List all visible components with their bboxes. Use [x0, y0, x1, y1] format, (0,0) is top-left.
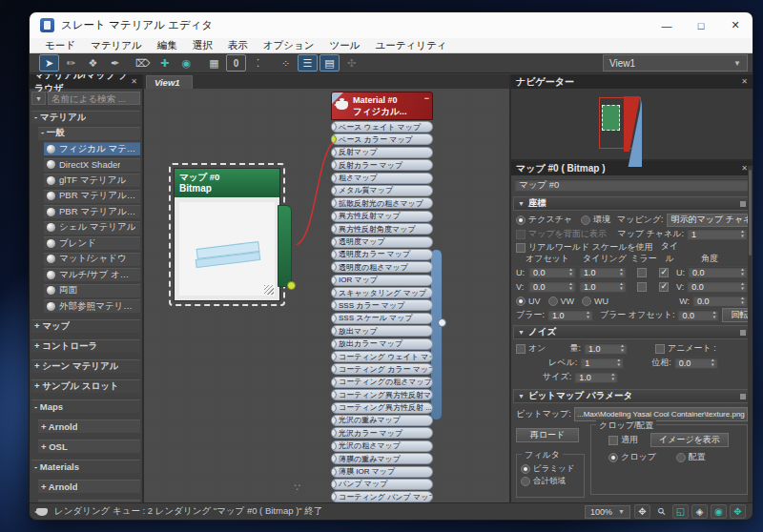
- mapping-dropdown[interactable]: 明示的マップ チャネル ▼: [667, 214, 753, 227]
- menu-item[interactable]: ツール: [321, 39, 367, 52]
- v-mirror-checkbox[interactable]: [637, 282, 647, 292]
- map-slot[interactable]: 放出マップ: [331, 325, 433, 337]
- map-channel-spinner[interactable]: 1: [687, 228, 748, 240]
- menu-item[interactable]: モード: [37, 39, 83, 52]
- delete-selected-tool[interactable]: ⌦: [133, 54, 153, 72]
- assign-material-to-selection-tool[interactable]: ✚: [155, 54, 175, 72]
- wu-radio[interactable]: [582, 297, 591, 306]
- browser-tree-item[interactable]: - Materials: [31, 460, 140, 473]
- bitmap-output-socket[interactable]: [287, 281, 296, 290]
- map-slot[interactable]: IOR マップ: [331, 275, 433, 286]
- map-slot[interactable]: 異方性反射マップ: [331, 211, 433, 222]
- zoom-extents-selected-icon[interactable]: ◉: [711, 504, 727, 519]
- zoom-level-dropdown[interactable]: 100% ▼: [585, 505, 630, 519]
- close-button[interactable]: ✕: [718, 12, 753, 38]
- map-slot[interactable]: コーティング カラー マップ: [331, 363, 433, 375]
- vw-radio[interactable]: [548, 297, 558, 306]
- browser-tree-item[interactable]: + Arnold: [38, 419, 140, 433]
- pick-material-from-object-tool[interactable]: ✏: [61, 54, 81, 72]
- apply-checkbox[interactable]: [608, 436, 618, 445]
- map-slot[interactable]: 光沢の重みマップ: [331, 415, 433, 426]
- browser-tree-item[interactable]: PBR マテリアル(メタル ...: [44, 190, 140, 203]
- blur-spinner[interactable]: 1.0: [547, 309, 593, 321]
- node-editor-canvas[interactable]: マップ #0 Bitmap: [144, 89, 509, 502]
- browser-tree-item[interactable]: シェル マテリアル: [44, 221, 140, 235]
- map-slot[interactable]: バンプ マップ: [331, 479, 433, 490]
- show-shaded-material-in-viewport-tool[interactable]: ◉: [176, 54, 196, 72]
- w-angle-spinner[interactable]: 0.0: [692, 295, 748, 307]
- minimize-button[interactable]: —: [650, 12, 684, 38]
- map-slot[interactable]: 薄膜の重みマップ: [331, 453, 433, 464]
- browser-tree-item[interactable]: + マップ: [31, 319, 140, 333]
- map-slot[interactable]: 拡散反射光の粗さマップ: [331, 197, 433, 209]
- show-background-tool[interactable]: ▦: [204, 54, 224, 72]
- map-slot[interactable]: SSS カラー マップ: [331, 299, 433, 311]
- map-slot[interactable]: メタル質マップ: [331, 185, 433, 196]
- noise-on-checkbox[interactable]: [516, 344, 526, 354]
- search-input[interactable]: [48, 92, 140, 105]
- bitmap-node-header[interactable]: マップ #0 Bitmap: [175, 169, 279, 197]
- map-slot[interactable]: スキャッタリング マップ: [331, 287, 433, 298]
- v-angle-spinner[interactable]: 0.0: [687, 280, 748, 293]
- u-offset-spinner[interactable]: 0.0: [528, 266, 576, 278]
- place-radio[interactable]: [676, 453, 686, 462]
- map-slot[interactable]: コーティングの粗さマップ: [331, 377, 433, 388]
- browser-tree-item[interactable]: DirectX Shader: [44, 158, 140, 172]
- map-slot[interactable]: ベース ウェイト マップ: [331, 121, 433, 133]
- summed-area-radio[interactable]: [521, 477, 530, 486]
- menu-item[interactable]: 表示: [220, 39, 256, 52]
- collapse-node-button[interactable]: −: [424, 93, 429, 103]
- menu-item[interactable]: オプション: [256, 39, 322, 52]
- map-slot[interactable]: コーティング バンプ マップ: [331, 491, 433, 502]
- material-node[interactable]: Material #0 フィジカル... − ベース ウェイト マップ: [331, 92, 433, 502]
- v-tiling-spinner[interactable]: 1.0: [579, 280, 627, 293]
- map-slot[interactable]: 放出カラー マップ: [331, 338, 433, 350]
- map-slot[interactable]: 反射カラー マップ: [331, 159, 433, 171]
- show-map-on-back-checkbox[interactable]: [516, 230, 526, 239]
- menu-item[interactable]: ユーティリティ: [367, 39, 454, 52]
- browser-tree-item[interactable]: - マテリアル: [31, 111, 140, 124]
- map-slot[interactable]: 光沢の粗さマップ: [331, 440, 433, 452]
- maximize-button[interactable]: □: [684, 12, 718, 38]
- browser-tree-item[interactable]: 外部参照マテリアル: [44, 299, 140, 313]
- animate-checkbox[interactable]: [655, 344, 665, 354]
- material-node-header[interactable]: Material #0 フィジカル... −: [331, 92, 433, 120]
- menu-item[interactable]: 選択: [185, 39, 220, 52]
- close-icon[interactable]: ✕: [131, 77, 137, 86]
- noise-amount-spinner[interactable]: 1.0: [584, 342, 628, 355]
- pan-to-selected-icon[interactable]: ✥: [730, 504, 746, 519]
- select-children-tool[interactable]: ⁘: [276, 54, 296, 72]
- navigator-view-frame[interactable]: [599, 97, 641, 149]
- zoom-icon[interactable]: ⚲: [650, 501, 672, 521]
- menu-item[interactable]: 編集: [150, 39, 185, 52]
- u-tile-checkbox[interactable]: [659, 268, 669, 277]
- browser-tree-item[interactable]: フィジカル マテリアル: [44, 142, 140, 155]
- zoom-extents-icon[interactable]: ◈: [691, 504, 708, 519]
- browser-tree-item[interactable]: - 一般: [38, 127, 140, 140]
- map-slot[interactable]: コーティング ウェイト マップ: [331, 351, 433, 362]
- uv-radio[interactable]: [516, 297, 526, 306]
- titlebar[interactable]: スレート マテリアル エディタ — □ ✕: [30, 12, 753, 38]
- noise-size-spinner[interactable]: 1.0: [574, 371, 618, 383]
- view-image-button[interactable]: イメージを表示: [650, 433, 729, 447]
- resize-handle[interactable]: [264, 285, 274, 295]
- hide-unused-nodeslots-tool[interactable]: ✣: [341, 54, 361, 72]
- navigator-minimap[interactable]: [511, 89, 753, 161]
- view-selector-dropdown[interactable]: View1 ▼: [603, 54, 748, 72]
- show-end-result-tool[interactable]: 0: [226, 54, 246, 72]
- bitmap-node[interactable]: マップ #0 Bitmap: [174, 168, 280, 301]
- browser-tree-item[interactable]: マット/シャドウ: [44, 253, 140, 266]
- map-slot[interactable]: SSS スケール マップ: [331, 313, 433, 324]
- browser-tree-item[interactable]: PBR マテリアル(鏡面 ...: [44, 205, 140, 218]
- browser-tree-item[interactable]: 両面: [44, 284, 140, 297]
- crop-radio[interactable]: [608, 453, 618, 462]
- scrollbar[interactable]: [748, 166, 753, 502]
- browser-tree-item[interactable]: + コントローラ: [31, 339, 140, 353]
- blur-offset-spinner[interactable]: 0.0: [677, 309, 719, 321]
- reload-button[interactable]: 再ロード: [516, 428, 579, 442]
- select-by-material-tool[interactable]: ⁚: [248, 54, 268, 72]
- menu-item[interactable]: マテリアル: [83, 39, 150, 52]
- map-name-field[interactable]: マップ #0: [514, 178, 750, 192]
- view1-tab[interactable]: View1: [146, 75, 193, 89]
- layout-children-tool[interactable]: ▤: [320, 54, 340, 72]
